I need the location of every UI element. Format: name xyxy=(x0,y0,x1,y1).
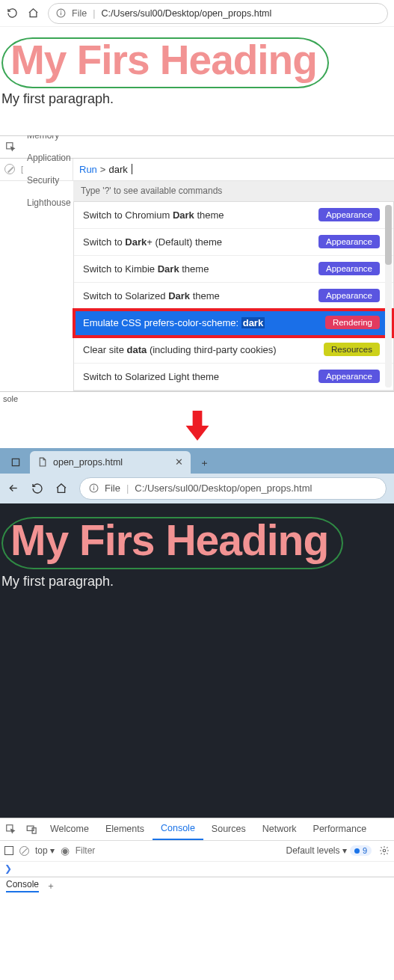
tab-actions-button[interactable] xyxy=(4,451,27,474)
command-badge: Rendering xyxy=(325,316,380,329)
devtools2-tab-sources[interactable]: Sources xyxy=(203,818,254,840)
command-badge: Resources xyxy=(324,343,380,356)
command-item-4[interactable]: Emulate CSS prefers-color-scheme: darkRe… xyxy=(74,310,393,337)
command-badge: Appearance xyxy=(318,235,380,248)
run-label: Run xyxy=(79,164,97,175)
page-paragraph-dark: My first paragraph. xyxy=(1,574,393,589)
annotation-arrow-down xyxy=(185,411,210,441)
console-prompt[interactable]: ❯ xyxy=(0,862,394,877)
command-badge: Appearance xyxy=(318,262,380,275)
heading-outline: My Firs Heading xyxy=(1,37,329,88)
url-path: C:/Users/sul00/Desktop/open_props.html xyxy=(101,8,271,19)
new-tab-button[interactable]: ＋ xyxy=(194,453,215,474)
text-caret xyxy=(132,164,132,174)
refresh-button-2[interactable] xyxy=(31,483,43,494)
console-toolbar-left: [ xyxy=(0,159,73,180)
command-item-3[interactable]: Switch to Solarized Dark themeAppearance xyxy=(74,283,393,310)
command-badge: Appearance xyxy=(318,370,380,383)
devtools2-tab-elements[interactable]: Elements xyxy=(97,818,153,840)
browser-tab[interactable]: open_props.html ✕ xyxy=(30,451,191,474)
drawer-add-tab[interactable]: ＋ xyxy=(46,880,55,892)
devtools2-tab-console[interactable]: Console xyxy=(153,818,203,840)
inspect-icon[interactable] xyxy=(3,141,18,152)
sidebar-toggle-icon[interactable] xyxy=(4,846,13,855)
address-bar[interactable]: File | C:/Users/sul00/Desktop/open_props… xyxy=(48,3,388,24)
url-path-2: C:/Users/sul00/Desktop/open_props.html xyxy=(135,483,312,494)
drawer-tabs: Console ＋ xyxy=(0,877,394,895)
command-badge: Appearance xyxy=(318,289,380,302)
drawer-strip-1: sole xyxy=(0,391,394,406)
svg-point-13 xyxy=(383,850,386,853)
address-bar-2[interactable]: File | C:/Users/sul00/Desktop/open_props… xyxy=(79,477,387,500)
svg-rect-6 xyxy=(12,459,19,465)
console-toolbar: top▾ ◉ Default levels ▾ 9 xyxy=(0,841,394,862)
command-item-6[interactable]: Switch to Solarized Light themeAppearanc… xyxy=(74,364,393,391)
nav-toolbar-light: File | C:/Users/sul00/Desktop/open_props… xyxy=(0,0,394,27)
drawer-tab-console[interactable]: Console xyxy=(6,879,39,892)
refresh-button[interactable] xyxy=(6,7,18,19)
context-select[interactable]: top▾ xyxy=(35,845,55,856)
command-item-5[interactable]: Clear site data (including third-party c… xyxy=(74,337,393,364)
devtools2-tab-welcome[interactable]: Welcome xyxy=(42,818,97,840)
clear-console-icon-2[interactable] xyxy=(19,846,29,856)
url-scheme-2: File xyxy=(105,483,120,494)
command-item-1[interactable]: Switch to Dark+ (Default) themeAppearanc… xyxy=(74,229,393,256)
tab-title: open_props.html xyxy=(53,457,123,468)
inspect-icon-2[interactable] xyxy=(0,824,21,834)
nav-toolbar-dark: File | C:/Users/sul00/Desktop/open_props… xyxy=(0,474,394,503)
command-item-2[interactable]: Switch to Kimbie Dark themeAppearance xyxy=(74,256,393,283)
page-heading: My Firs Heading xyxy=(10,39,317,82)
url-scheme: File xyxy=(72,8,87,19)
command-item-0[interactable]: Switch to Chromium Dark themeAppearance xyxy=(74,202,393,229)
issues-badge[interactable]: 9 xyxy=(350,845,372,856)
device-toggle-icon[interactable] xyxy=(21,824,42,834)
command-badge: Appearance xyxy=(318,208,380,221)
log-levels-select[interactable]: Default levels ▾ xyxy=(286,845,346,856)
context-dropdown-stub[interactable]: [ xyxy=(21,165,23,174)
page-paragraph: My first paragraph. xyxy=(1,91,393,107)
heading-outline-dark: My Firs Heading xyxy=(1,517,343,569)
dropdown-scrollbar[interactable] xyxy=(385,205,392,388)
svg-marker-5 xyxy=(185,411,209,441)
command-dropdown: Switch to Chromium Dark themeAppearanceS… xyxy=(73,202,394,391)
live-expression-icon[interactable]: ◉ xyxy=(61,845,70,857)
home-button[interactable] xyxy=(27,7,39,19)
svg-point-2 xyxy=(61,11,61,12)
window-tabstrip: open_props.html ✕ ＋ xyxy=(0,448,394,474)
svg-point-9 xyxy=(93,486,94,487)
devtools2-tab-network[interactable]: Network xyxy=(254,818,305,840)
command-hint: Type '?' to see available commands xyxy=(73,181,394,202)
close-tab-icon[interactable]: ✕ xyxy=(175,456,183,468)
command-input[interactable]: Run >dark xyxy=(73,159,394,180)
page-heading-dark: My Firs Heading xyxy=(10,518,328,563)
file-icon xyxy=(37,457,47,467)
filter-input[interactable] xyxy=(76,845,158,856)
page-content-light: My Firs Heading My first paragraph. xyxy=(0,27,394,135)
devtools-tabs: ConsolePerformanceMemoryApplicationSecur… xyxy=(0,136,394,159)
info-icon xyxy=(56,8,66,18)
back-button[interactable] xyxy=(7,483,19,494)
console-settings-icon[interactable] xyxy=(379,845,390,856)
page-content-dark: My Firs Heading My first paragraph. xyxy=(0,503,394,818)
devtools2-tab-performance[interactable]: Performance xyxy=(305,818,375,840)
info-icon xyxy=(89,483,99,493)
home-button-2[interactable] xyxy=(55,483,67,494)
clear-console-icon[interactable] xyxy=(4,164,15,174)
devtools2-tabs: WelcomeElementsConsoleSourcesNetworkPerf… xyxy=(0,818,394,841)
